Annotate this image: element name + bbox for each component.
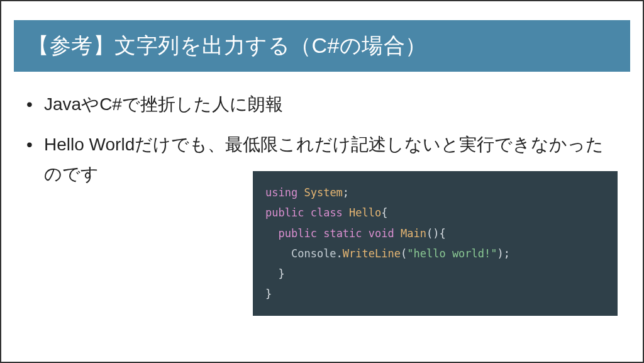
code-line: } <box>265 264 605 284</box>
code-indent <box>265 227 278 240</box>
code-keyword: public <box>278 227 316 240</box>
code-classname: Hello <box>349 206 381 219</box>
code-punct: ; <box>343 186 349 199</box>
slide-title: 【参考】文字列を出力する（C#の場合） <box>28 33 427 57</box>
code-punct: } <box>278 267 284 280</box>
code-keyword: void <box>369 227 394 240</box>
list-item: JavaやC#で挫折した人に朗報 <box>26 89 618 120</box>
code-keyword: static <box>323 227 362 240</box>
code-line: public class Hello{ <box>265 203 605 223</box>
code-line: using System; <box>265 182 605 203</box>
code-punct: } <box>265 288 272 300</box>
code-ident: Console <box>291 247 336 260</box>
bullet-text: JavaやC#で挫折した人に朗報 <box>44 94 283 114</box>
code-line: } <box>265 284 605 304</box>
slide: 【参考】文字列を出力する（C#の場合） JavaやC#で挫折した人に朗報 Hel… <box>0 0 644 363</box>
code-indent <box>265 267 278 280</box>
code-block: using System; public class Hello{ public… <box>253 171 618 316</box>
slide-title-bar: 【参考】文字列を出力する（C#の場合） <box>14 20 630 72</box>
code-punct: (){ <box>426 227 446 240</box>
code-punct: ( <box>401 247 407 260</box>
code-punct: ); <box>497 247 510 260</box>
code-func: Main <box>401 227 426 240</box>
code-punct: . <box>336 247 343 260</box>
code-punct: { <box>381 206 387 219</box>
code-keyword: using <box>265 186 297 199</box>
code-keyword: class <box>311 206 343 219</box>
code-string: "hello world!" <box>407 247 497 260</box>
code-line: public static void Main(){ <box>265 223 605 243</box>
code-func: WriteLine <box>343 247 401 260</box>
code-keyword: public <box>265 206 304 219</box>
code-type: System <box>304 186 342 199</box>
code-indent <box>265 247 291 260</box>
code-line: Console.WriteLine("hello world!"); <box>265 243 605 264</box>
